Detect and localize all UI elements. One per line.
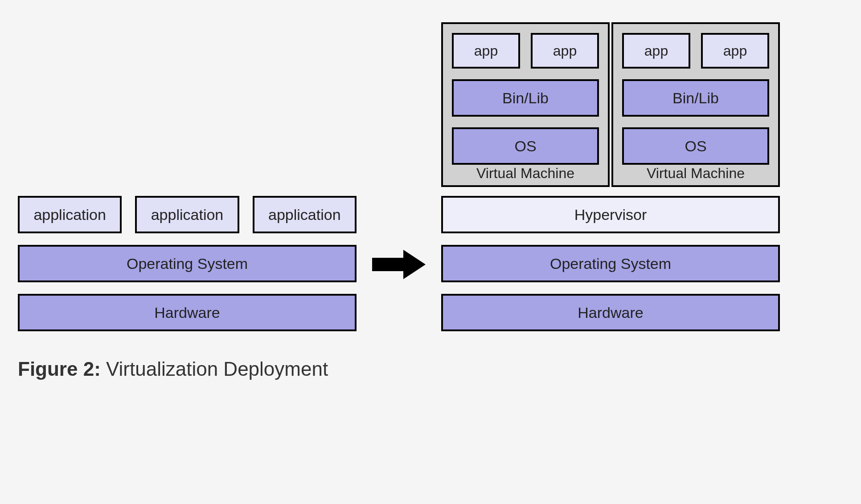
virtual-machine: app app Bin/Lib OS Virtual Machine	[441, 22, 610, 187]
diagram-area: application application application Oper…	[18, 22, 843, 331]
transition-arrow-column	[370, 249, 428, 331]
arrow-right-icon	[372, 249, 426, 280]
caption-text: Virtualization Deployment	[101, 358, 328, 380]
vm-os-box: OS	[452, 127, 599, 165]
vm-label: Virtual Machine	[443, 165, 608, 182]
os-box-right: Operating System	[441, 245, 780, 282]
vm-app-box: app	[701, 33, 769, 69]
virtual-machine: app app Bin/Lib OS Virtual Machine	[611, 22, 780, 187]
vm-binlib-box: Bin/Lib	[452, 79, 599, 117]
vm-app-box: app	[622, 33, 690, 69]
hypervisor-box: Hypervisor	[441, 196, 780, 233]
caption-prefix: Figure 2:	[18, 358, 101, 380]
vm-label: Virtual Machine	[613, 165, 778, 182]
svg-marker-0	[372, 250, 426, 279]
vm-apps-row: app app	[452, 33, 599, 69]
app-box: application	[253, 196, 357, 233]
vm-apps-row: app app	[622, 33, 769, 69]
traditional-stack: application application application Oper…	[18, 196, 357, 331]
os-box-left: Operating System	[18, 245, 357, 282]
vm-app-box: app	[452, 33, 520, 69]
vm-row: app app Bin/Lib OS Virtual Machine app a…	[441, 22, 780, 187]
vm-os-box: OS	[622, 127, 769, 165]
hardware-box-right: Hardware	[441, 294, 780, 331]
hardware-box-left: Hardware	[18, 294, 357, 331]
apps-row-left: application application application	[18, 196, 357, 233]
virtualization-stack: app app Bin/Lib OS Virtual Machine app a…	[441, 22, 780, 331]
app-box: application	[135, 196, 239, 233]
vm-app-box: app	[531, 33, 599, 69]
figure-caption: Figure 2: Virtualization Deployment	[18, 358, 843, 380]
app-box: application	[18, 196, 122, 233]
vm-binlib-box: Bin/Lib	[622, 79, 769, 117]
